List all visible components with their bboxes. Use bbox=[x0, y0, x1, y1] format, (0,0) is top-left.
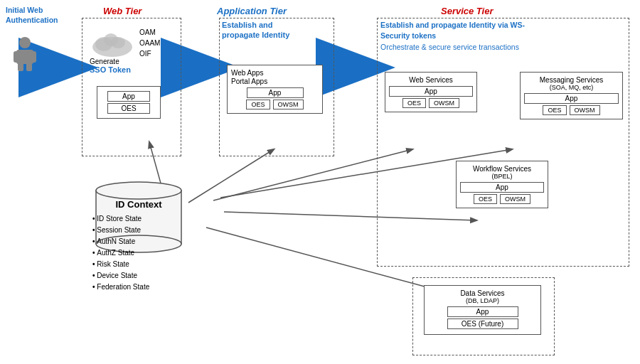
diagram-container: Initial Web Authentication Web Tier OAM … bbox=[0, 0, 640, 364]
web-tier-app: App bbox=[107, 91, 150, 102]
web-tier-inner-box: App OES bbox=[97, 86, 161, 119]
workflow-owsm: OWSM bbox=[500, 194, 530, 204]
web-services-owsm: OWSM bbox=[429, 98, 459, 108]
workflow-oes: OES bbox=[474, 194, 497, 204]
portal-apps-label: Portal Apps bbox=[231, 77, 319, 85]
service-tier-box: Web Services App OES OWSM Messaging Serv… bbox=[377, 18, 629, 267]
app-tier-oes: OES bbox=[246, 100, 270, 109]
cloud-icon bbox=[91, 26, 134, 58]
app-tier-label: Application Tier bbox=[217, 6, 287, 16]
data-services-subtitle: (DB, LDAP) bbox=[428, 297, 537, 304]
web-services-oes: OES bbox=[402, 98, 426, 108]
web-tier-label: Web Tier bbox=[103, 6, 142, 16]
web-services-box: Web Services App OES OWSM bbox=[385, 72, 477, 112]
list-item-authz: AuthZ State bbox=[92, 247, 203, 259]
messaging-oes: OES bbox=[543, 105, 566, 115]
data-services-app: App bbox=[447, 306, 518, 317]
id-context-items: ID Store State Session State AuthN State… bbox=[92, 213, 203, 293]
svg-rect-12 bbox=[31, 51, 36, 63]
data-services-oes-future: OES (Future) bbox=[447, 318, 518, 329]
list-item-federation: Federation State bbox=[92, 282, 203, 293]
svg-point-9 bbox=[19, 37, 31, 48]
svg-rect-11 bbox=[14, 51, 19, 63]
person-icon bbox=[7, 36, 43, 73]
list-item-id-store: ID Store State bbox=[92, 213, 203, 225]
initial-web-label: Initial Web Authentication bbox=[6, 6, 58, 25]
data-services-box: Data Services (DB, LDAP) App OES (Future… bbox=[424, 285, 541, 335]
workflow-services-box: Workflow Services (BPEL) App OES OWSM bbox=[456, 161, 548, 208]
list-item-authn: AuthN State bbox=[92, 236, 203, 247]
web-tier-oes: OES bbox=[107, 103, 150, 114]
workflow-app: App bbox=[460, 182, 544, 193]
web-apps-label: Web Apps bbox=[231, 69, 319, 77]
messaging-owsm: OWSM bbox=[570, 105, 600, 115]
auth-labels: OAM OAAM OIF bbox=[139, 27, 160, 59]
web-services-bottom: OES OWSM bbox=[389, 98, 473, 108]
app-tier-box: Web Apps Portal Apps App OES OWSM bbox=[219, 18, 334, 156]
service-tier-label: Service Tier bbox=[441, 6, 493, 16]
id-context-list: ID Store State Session State AuthN State… bbox=[92, 213, 203, 293]
web-services-app: App bbox=[389, 86, 473, 97]
svg-rect-14 bbox=[26, 63, 32, 71]
app-tier-owsm: OWSM bbox=[273, 100, 304, 109]
list-item-session: Session State bbox=[92, 225, 203, 236]
id-context-title: ID Context bbox=[92, 199, 185, 210]
workflow-title: Workflow Services bbox=[460, 165, 544, 173]
workflow-subtitle: (BPEL) bbox=[460, 173, 544, 180]
messaging-subtitle: (SOA, MQ, etc) bbox=[524, 84, 619, 91]
svg-rect-13 bbox=[18, 63, 23, 71]
list-item-device: Device State bbox=[92, 270, 203, 282]
messaging-bottom: OES OWSM bbox=[524, 105, 619, 115]
app-tier-bottom-row: OES OWSM bbox=[231, 100, 319, 109]
workflow-bottom: OES OWSM bbox=[460, 194, 544, 204]
list-item-risk: Risk State bbox=[92, 259, 203, 270]
messaging-title: Messaging Services bbox=[524, 76, 619, 84]
web-services-title: Web Services bbox=[389, 76, 473, 84]
sso-label: SSO Token bbox=[90, 65, 131, 74]
messaging-app: App bbox=[524, 93, 619, 104]
app-tier-app: App bbox=[247, 87, 304, 98]
messaging-services-box: Messaging Services (SOA, MQ, etc) App OE… bbox=[520, 72, 623, 119]
app-tier-inner-box: Web Apps Portal Apps App OES OWSM bbox=[227, 65, 323, 114]
data-services-title: Data Services bbox=[428, 289, 537, 297]
generate-label: Generate bbox=[90, 58, 119, 65]
svg-point-20 bbox=[96, 182, 181, 199]
svg-point-18 bbox=[104, 33, 118, 46]
web-tier-box: OAM OAAM OIF Generate SSO Token App OES bbox=[82, 18, 181, 156]
svg-line-4 bbox=[188, 149, 274, 203]
data-services-outer-box: Data Services (DB, LDAP) App OES (Future… bbox=[412, 277, 555, 355]
